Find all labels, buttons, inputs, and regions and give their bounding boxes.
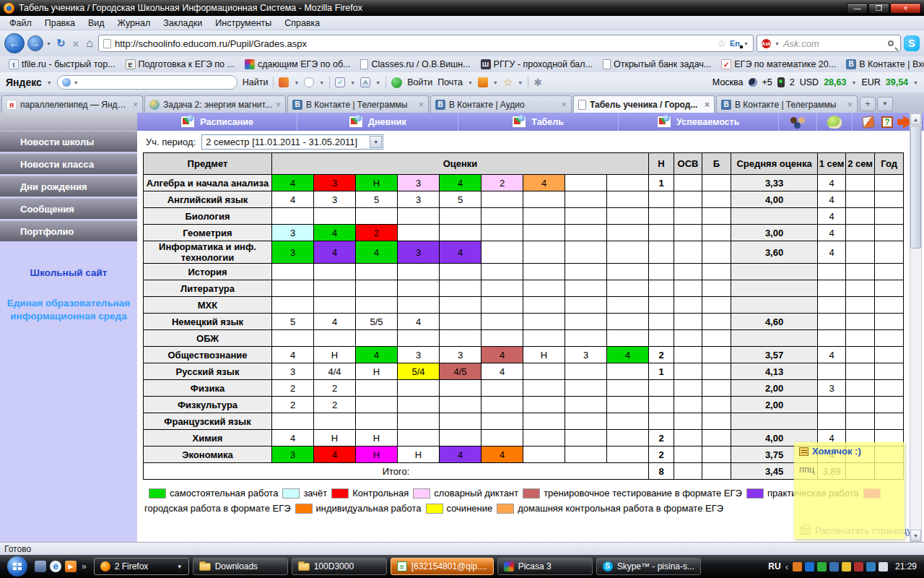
- eur-dropdown-icon[interactable]: ▼: [913, 80, 918, 85]
- help-icon[interactable]: ?: [881, 116, 893, 128]
- bluetooth-icon[interactable]: [805, 562, 814, 571]
- favorites-dropdown-icon[interactable]: ▼: [518, 80, 523, 85]
- media-player-icon[interactable]: ▶: [65, 561, 77, 572]
- spellcheck-dropdown-icon[interactable]: ▼: [350, 80, 355, 85]
- tab-close-icon[interactable]: ×: [705, 100, 710, 110]
- browser-tab[interactable]: В Контакте | Телеграммы×: [287, 95, 429, 113]
- skype-toolbar-icon[interactable]: S: [904, 35, 920, 51]
- menu-Журнал[interactable]: Журнал: [111, 17, 157, 30]
- translate-icon[interactable]: А: [360, 77, 370, 87]
- usd-rate[interactable]: 28,63: [824, 77, 846, 87]
- spellcheck-icon[interactable]: ✓: [335, 77, 345, 87]
- maximize-button[interactable]: ❐: [868, 3, 889, 14]
- tab-close-icon[interactable]: ×: [276, 100, 281, 110]
- ask-engine-icon[interactable]: Ask: [762, 39, 771, 48]
- sitenav-Расписание[interactable]: Расписание: [137, 113, 297, 131]
- sitenav-Успеваемость[interactable]: Успеваемость: [619, 113, 779, 131]
- scroll-down-icon[interactable]: ▼: [910, 530, 921, 541]
- browser-tab[interactable]: Табель ученика / Город...×: [573, 95, 715, 113]
- internet-explorer-icon[interactable]: e: [50, 561, 61, 572]
- search-engine-dropdown-icon[interactable]: ▼: [775, 41, 780, 46]
- device-icon[interactable]: [854, 562, 863, 571]
- notes-icon[interactable]: [842, 562, 851, 571]
- yandex-dropdown-icon[interactable]: ▼: [47, 80, 52, 85]
- note-text[interactable]: ппц: [799, 464, 899, 475]
- scroll-up-icon[interactable]: ▲: [910, 113, 921, 125]
- stop-icon[interactable]: ×: [71, 38, 82, 50]
- widgets-dropdown-icon[interactable]: ▼: [493, 80, 498, 85]
- gear-icon[interactable]: ✱: [533, 77, 542, 88]
- taskbar-button[interactable]: Downloads: [193, 558, 288, 575]
- back-button[interactable]: ←: [4, 33, 25, 53]
- menu-Правка[interactable]: Правка: [38, 17, 82, 30]
- taskbar-clock[interactable]: 21:29: [895, 561, 917, 571]
- menu-Инструменты[interactable]: Инструменты: [209, 17, 278, 30]
- sidebar-item-Новости класса[interactable]: Новости класса: [0, 153, 137, 174]
- sidebar-item-Дни рождения[interactable]: Дни рождения: [0, 176, 137, 197]
- tab-close-icon[interactable]: ×: [847, 100, 853, 110]
- browser-tab[interactable]: Задача 2: энергия магнит...×: [144, 95, 286, 113]
- address-bar[interactable]: http://schoolinfo.educom.ru/Pupil/Grades…: [98, 35, 754, 52]
- home-icon[interactable]: ⌂: [84, 37, 95, 50]
- close-button[interactable]: ×: [890, 3, 921, 14]
- tab-close-icon[interactable]: ×: [562, 100, 567, 110]
- sidebar-item-Новости школы[interactable]: Новости школы: [0, 131, 137, 152]
- sidebar-item-Портфолио[interactable]: Портфолио: [0, 220, 137, 241]
- tab-close-icon[interactable]: ×: [133, 100, 138, 110]
- menu-Вид[interactable]: Вид: [82, 17, 111, 30]
- scrollbar-thumb[interactable]: [910, 126, 921, 249]
- forward-button[interactable]: →: [27, 35, 43, 51]
- yandex-find-button[interactable]: Найти: [243, 77, 269, 87]
- widgets-icon[interactable]: [478, 77, 488, 87]
- traffic-value[interactable]: 2: [790, 77, 795, 87]
- bookmark-item[interactable]: ЕГЭ по математике 20...: [717, 59, 840, 70]
- browser-tab[interactable]: В Контакте | Телеграммы×: [716, 95, 858, 113]
- meals-icon[interactable]: [827, 116, 842, 129]
- taskbar-button[interactable]: Picasa 3: [497, 558, 593, 575]
- sticky-note[interactable]: Хомячок :) ппц: [794, 442, 905, 539]
- comments-dropdown-icon[interactable]: ▼: [319, 80, 324, 85]
- antivirus-icon[interactable]: [817, 562, 827, 571]
- tray-collapse-icon[interactable]: ‹: [785, 561, 788, 572]
- favorites-star-icon[interactable]: ☆: [503, 76, 513, 89]
- punto-icon[interactable]: [279, 77, 289, 87]
- bookmark-item[interactable]: РГГУ - проходной бал...: [476, 59, 597, 70]
- new-tab-button[interactable]: +: [860, 97, 876, 111]
- sitenav-Дневник[interactable]: Дневник: [297, 113, 458, 131]
- remote-icon[interactable]: [829, 562, 839, 571]
- bookmark-item[interactable]: сдающим ЕГЭ по об...: [240, 59, 355, 70]
- menu-Закладки[interactable]: Закладки: [157, 17, 209, 30]
- yandex-login-icon[interactable]: [391, 77, 402, 88]
- show-desktop-icon[interactable]: [35, 561, 46, 572]
- yandex-search-dropdown-icon[interactable]: ▼: [74, 80, 79, 85]
- menu-Справка[interactable]: Справка: [278, 17, 326, 30]
- taskbar-button[interactable]: Skype™ - pisina-s...: [596, 558, 701, 575]
- usd-dropdown-icon[interactable]: ▼: [851, 80, 856, 85]
- search-bar[interactable]: Ask ▼ Ask.com: [757, 35, 901, 52]
- quicklaunch-overflow-icon[interactable]: »: [82, 561, 87, 571]
- qip-tray-icon[interactable]: [793, 562, 802, 571]
- city-label[interactable]: Москва: [712, 77, 744, 87]
- yandex-logo[interactable]: Яндекс: [6, 77, 42, 88]
- volume-icon[interactable]: [879, 562, 888, 571]
- bookmark-star-icon[interactable]: ☆: [717, 38, 726, 49]
- sidebar-item-Сообщения[interactable]: Сообщения: [0, 198, 137, 219]
- yandex-login-button[interactable]: Войти: [407, 77, 432, 87]
- page-scrollbar[interactable]: ▲ ▼: [910, 113, 922, 542]
- taskbar-button-dropdown-icon[interactable]: ▼: [177, 564, 183, 570]
- bookmark-item[interactable]: tfile.ru - быстрый тор...: [4, 59, 120, 70]
- bookmark-item[interactable]: Classes.ru / О.В.Вишн...: [356, 59, 474, 70]
- yandex-mail-button[interactable]: Почта: [437, 77, 463, 87]
- school-site-link[interactable]: Школьный сайт: [0, 267, 137, 278]
- taskbar-button[interactable]: 2 Firefox▼: [94, 558, 189, 575]
- browser-tab[interactable]: параллелепипед — Яндек...×: [1, 95, 143, 113]
- eur-rate[interactable]: 39,54: [886, 77, 908, 87]
- comments-icon[interactable]: [304, 77, 314, 87]
- period-value[interactable]: 2 семестр [11.01.2011 - 31.05.2011]: [206, 137, 357, 147]
- minimize-button[interactable]: —: [847, 3, 868, 14]
- punto-dropdown-icon[interactable]: ▼: [294, 80, 299, 85]
- taskbar-button[interactable]: 100D3000: [292, 558, 387, 575]
- start-button[interactable]: [7, 556, 27, 577]
- history-dropdown-icon[interactable]: ▼: [46, 41, 51, 46]
- sitenav-Табель[interactable]: Табель: [458, 113, 619, 131]
